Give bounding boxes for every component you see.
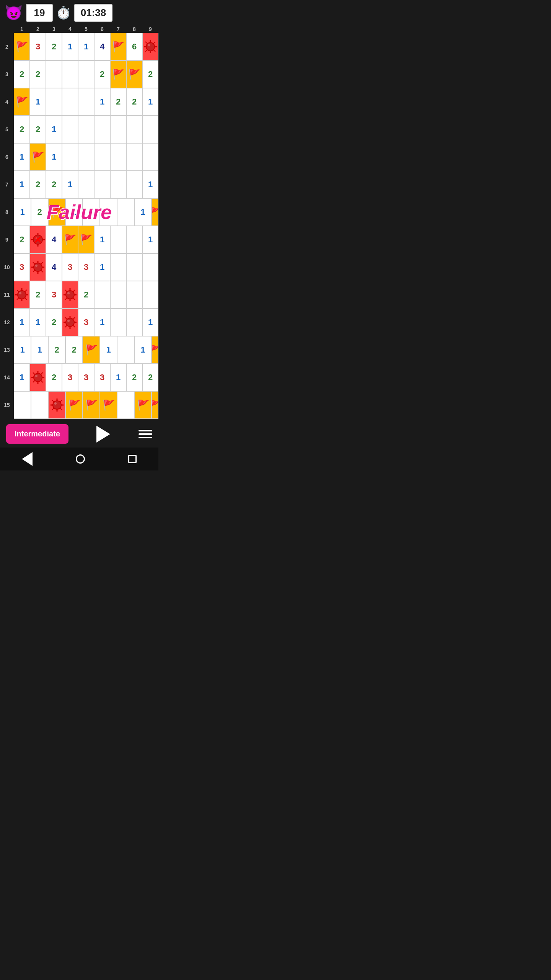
cell[interactable] xyxy=(46,60,62,88)
cell[interactable]: 2 xyxy=(142,364,158,391)
cell[interactable]: 🚩 xyxy=(65,391,83,419)
cell[interactable] xyxy=(100,198,117,226)
cell[interactable]: 6 xyxy=(126,33,142,60)
cell[interactable] xyxy=(126,253,142,281)
play-button[interactable] xyxy=(96,426,110,443)
cell[interactable] xyxy=(62,60,78,88)
cell[interactable] xyxy=(83,198,100,226)
cell[interactable] xyxy=(78,143,94,171)
cell[interactable]: 1 xyxy=(100,336,117,364)
intermediate-button[interactable]: Intermediate xyxy=(6,424,68,444)
cell[interactable]: 🚩 xyxy=(83,391,100,419)
cell[interactable]: 3 xyxy=(94,364,110,391)
cell[interactable]: 1 xyxy=(14,336,31,364)
cell[interactable] xyxy=(142,281,158,309)
cell[interactable] xyxy=(14,281,30,309)
cell[interactable]: 1 xyxy=(14,364,30,391)
cell[interactable]: 🚩 xyxy=(134,391,152,419)
cell[interactable] xyxy=(126,309,142,336)
cell[interactable]: 2 xyxy=(46,171,62,198)
cell[interactable]: 1 xyxy=(94,253,110,281)
cell[interactable]: 4 xyxy=(46,226,62,253)
cell[interactable] xyxy=(142,253,158,281)
cell[interactable] xyxy=(62,143,78,171)
cell[interactable]: 2 xyxy=(46,33,62,60)
cell[interactable] xyxy=(117,198,134,226)
cell[interactable]: 2 xyxy=(110,88,126,116)
cell[interactable]: 2 xyxy=(46,364,62,391)
cell[interactable] xyxy=(110,253,126,281)
cell[interactable]: 3 xyxy=(78,364,94,391)
cell[interactable]: 2 xyxy=(30,60,46,88)
cell[interactable]: 1 xyxy=(94,88,110,116)
cell[interactable]: 🚩 xyxy=(14,33,30,60)
cell[interactable] xyxy=(30,364,46,391)
cell[interactable] xyxy=(126,116,142,143)
cell[interactable]: 2 xyxy=(65,336,83,364)
cell[interactable] xyxy=(117,391,134,419)
cell[interactable]: 3 xyxy=(62,364,78,391)
cell[interactable]: 2 xyxy=(78,281,94,309)
cell[interactable] xyxy=(31,391,48,419)
cell[interactable]: 2 xyxy=(46,309,62,336)
cell[interactable]: 1 xyxy=(14,171,30,198)
cell[interactable]: 1 xyxy=(31,336,48,364)
cell[interactable]: 🚩 xyxy=(100,391,117,419)
cell[interactable]: 3 xyxy=(78,253,94,281)
cell[interactable]: 1 xyxy=(65,198,83,226)
cell[interactable] xyxy=(46,88,62,116)
cell[interactable] xyxy=(110,226,126,253)
nav-home-button[interactable] xyxy=(76,454,85,464)
cell[interactable] xyxy=(126,171,142,198)
cell[interactable] xyxy=(62,116,78,143)
cell[interactable]: 🚩 xyxy=(152,198,158,226)
cell[interactable] xyxy=(78,171,94,198)
cell[interactable]: 1 xyxy=(110,364,126,391)
cell[interactable] xyxy=(78,88,94,116)
cell[interactable] xyxy=(62,309,78,336)
cell[interactable]: 🚩 xyxy=(62,226,78,253)
cell[interactable]: 2 xyxy=(48,336,65,364)
cell[interactable] xyxy=(110,281,126,309)
cell[interactable] xyxy=(30,253,46,281)
menu-button[interactable] xyxy=(139,430,152,438)
cell[interactable] xyxy=(48,391,65,419)
cell[interactable] xyxy=(78,116,94,143)
cell[interactable]: 3 xyxy=(46,281,62,309)
cell[interactable]: 1 xyxy=(14,143,30,171)
cell[interactable] xyxy=(142,116,158,143)
cell[interactable]: 1 xyxy=(46,143,62,171)
cell[interactable]: 3 xyxy=(14,253,30,281)
cell[interactable]: 3 xyxy=(30,33,46,60)
cell[interactable]: 1 xyxy=(94,226,110,253)
cell[interactable] xyxy=(94,281,110,309)
cell[interactable]: 2 xyxy=(94,60,110,88)
cell[interactable]: 1 xyxy=(142,171,158,198)
cell[interactable]: 1 xyxy=(142,88,158,116)
cell[interactable]: 2 xyxy=(142,60,158,88)
cell[interactable]: 3 xyxy=(62,253,78,281)
cell[interactable]: 🚩 xyxy=(152,391,158,419)
cell[interactable]: 2 xyxy=(30,171,46,198)
cell[interactable]: 1 xyxy=(142,226,158,253)
cell[interactable]: 1 xyxy=(94,309,110,336)
cell[interactable]: 1 xyxy=(62,33,78,60)
cell[interactable] xyxy=(142,143,158,171)
cell[interactable]: 2 xyxy=(31,198,48,226)
cell[interactable]: 🚩 xyxy=(48,198,65,226)
cell[interactable]: 4 xyxy=(94,33,110,60)
cell[interactable] xyxy=(30,226,46,253)
cell[interactable] xyxy=(94,143,110,171)
cell[interactable] xyxy=(94,171,110,198)
nav-recent-button[interactable] xyxy=(128,455,137,463)
cell[interactable]: 1 xyxy=(30,309,46,336)
cell[interactable]: 1 xyxy=(14,309,30,336)
cell[interactable] xyxy=(62,88,78,116)
cell[interactable]: 1 xyxy=(78,33,94,60)
cell[interactable]: 3 xyxy=(78,309,94,336)
cell[interactable] xyxy=(126,281,142,309)
cell[interactable]: 🚩 xyxy=(83,336,100,364)
cell[interactable]: 2 xyxy=(126,364,142,391)
cell[interactable] xyxy=(62,281,78,309)
cell[interactable]: 🚩 xyxy=(14,88,30,116)
